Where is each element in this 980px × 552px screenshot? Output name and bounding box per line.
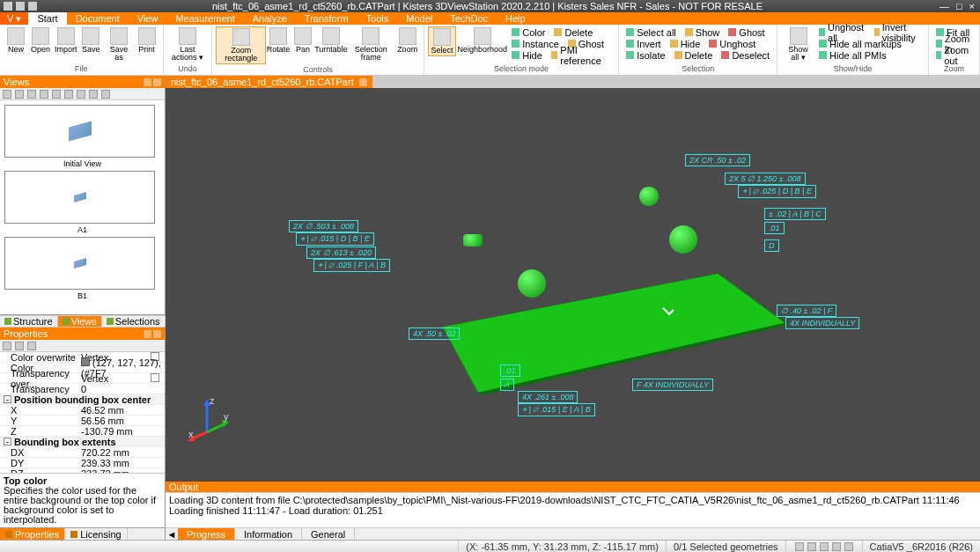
- property-value[interactable]: -130.79 mm: [77, 426, 165, 437]
- ribbon-save-as-button[interactable]: Save as: [103, 26, 134, 63]
- ribbon-new-button[interactable]: New: [4, 26, 28, 55]
- minimize-button[interactable]: —: [939, 1, 949, 11]
- pmi-annotation[interactable]: ⌖ | ∅ .015 | D | B | E: [296, 232, 374, 246]
- property-value[interactable]: 0: [77, 384, 165, 394]
- ribbon-pan-button[interactable]: Pan: [291, 26, 315, 55]
- model-sphere[interactable]: [518, 269, 546, 298]
- status-icon[interactable]: [832, 542, 841, 551]
- property-value[interactable]: 46.52 mm: [77, 405, 165, 416]
- bottom-tab-properties[interactable]: Properties: [0, 528, 65, 540]
- pmi-annotation[interactable]: 4X .261 ± .008: [518, 391, 578, 403]
- output-tab-general[interactable]: General: [302, 528, 355, 541]
- views-close-icon[interactable]: [153, 78, 161, 86]
- views-tool-icon[interactable]: [15, 90, 24, 99]
- ribbon-turntable-button[interactable]: Turntable: [315, 26, 347, 55]
- menu-tab-techdoc[interactable]: TechDoc: [441, 12, 497, 25]
- document-tab-close-icon[interactable]: [359, 78, 367, 86]
- ribbon-show-button[interactable]: Show: [683, 26, 722, 38]
- ribbon-print-button[interactable]: Print: [135, 26, 159, 55]
- property-value[interactable]: Vertex: [77, 373, 165, 384]
- ribbon-hide-all-pmis-button[interactable]: Hide all PMIs: [817, 49, 888, 61]
- output-tab-progress[interactable]: Progress: [178, 528, 235, 541]
- model-plate[interactable]: [442, 274, 785, 394]
- ribbon-pmi-reference-button[interactable]: PMI reference: [549, 49, 613, 61]
- ribbon-deselect-button[interactable]: Deselect: [719, 49, 771, 61]
- ribbon-selection-frame-button[interactable]: Selection frame: [347, 26, 395, 63]
- maximize-button[interactable]: □: [956, 1, 962, 11]
- views-tool-icon[interactable]: [77, 90, 85, 99]
- pmi-annotation[interactable]: ⌖ | ∅ .025 | D | B | E: [738, 185, 816, 198]
- expand-glyph-icon[interactable]: -: [4, 395, 11, 403]
- status-icon[interactable]: [820, 542, 829, 551]
- pmi-annotation[interactable]: 4X .50 ± .02: [409, 328, 460, 340]
- views-tool-icon[interactable]: [27, 90, 36, 99]
- qat-dropdown-icon[interactable]: [28, 2, 37, 11]
- pmi-annotation[interactable]: A: [500, 379, 514, 391]
- ribbon-import-button[interactable]: Import: [53, 26, 78, 55]
- ribbon-instance-button[interactable]: Instance: [510, 38, 561, 49]
- menu-tab-analyze[interactable]: Analyze: [244, 12, 296, 25]
- pmi-annotation[interactable]: .01: [500, 364, 520, 377]
- properties-pin-icon[interactable]: [144, 330, 151, 338]
- status-icon[interactable]: [844, 542, 853, 551]
- view-thumbnail[interactable]: [4, 105, 155, 158]
- views-tool-icon[interactable]: [101, 90, 110, 99]
- ribbon-select-all-button[interactable]: Select all: [624, 26, 678, 38]
- model-cylinder[interactable]: [639, 187, 659, 206]
- ribbon-last-actions-▾-button[interactable]: Last actions ▾: [167, 26, 209, 63]
- ribbon-neighborhood-button[interactable]: Neighborhood: [456, 26, 508, 55]
- pmi-annotation[interactable]: 4X INDIVIDUALLY: [785, 317, 859, 329]
- ribbon-hide-button[interactable]: Hide: [510, 49, 544, 61]
- ribbon-hide-button[interactable]: Hide: [668, 38, 703, 49]
- left-tab-structure[interactable]: Structure: [0, 316, 58, 327]
- views-tool-icon[interactable]: [3, 90, 11, 99]
- properties-tool-icon[interactable]: [3, 342, 11, 350]
- pmi-annotation[interactable]: 2X ∅ .503 ± .008: [289, 220, 358, 232]
- view-thumbnail[interactable]: [4, 171, 155, 224]
- properties-tool-icon[interactable]: [15, 342, 24, 350]
- ribbon-zoom-rectangle-button[interactable]: Zoom rectangle: [216, 26, 266, 64]
- menu-tab-measurement[interactable]: Measurement: [166, 12, 243, 25]
- ribbon-zoom-out-button[interactable]: Zoom out: [934, 49, 974, 61]
- ribbon-isolate-button[interactable]: Isolate: [624, 49, 667, 61]
- views-tool-icon[interactable]: [52, 90, 61, 99]
- qat-save-icon[interactable]: [4, 2, 12, 11]
- file-menu-button[interactable]: V ▾: [0, 12, 28, 25]
- menu-tab-document[interactable]: Document: [67, 12, 129, 25]
- ribbon-unghost-all-button[interactable]: Unghost all: [817, 26, 867, 38]
- expand-glyph-icon[interactable]: -: [4, 438, 11, 445]
- left-tab-selections[interactable]: Selections: [102, 316, 166, 327]
- model-sphere[interactable]: [669, 225, 697, 254]
- menu-tab-start[interactable]: Start: [28, 12, 66, 25]
- menu-tab-transform[interactable]: Transform: [296, 12, 357, 25]
- ribbon-rotate-button[interactable]: Rotate: [266, 26, 291, 55]
- ribbon-show-all-▾-button[interactable]: Show all ▾: [781, 26, 815, 63]
- property-value[interactable]: 56.56 mm: [77, 416, 165, 426]
- status-icon[interactable]: [807, 542, 816, 551]
- viewport-3d[interactable]: zyx 2X CR .50 ± .022X 5 ∅ 1.250 ± .008⌖ …: [166, 88, 980, 482]
- pmi-annotation[interactable]: .01: [764, 222, 785, 234]
- pmi-annotation[interactable]: D: [764, 239, 779, 252]
- pmi-annotation[interactable]: F 4X INDIVIDUALLY: [632, 379, 713, 391]
- ribbon-invert-button[interactable]: Invert: [624, 38, 663, 49]
- views-tool-icon[interactable]: [89, 90, 98, 99]
- ribbon-unghost-button[interactable]: Unghost: [707, 38, 757, 49]
- ribbon-ghost-button[interactable]: Ghost: [726, 26, 766, 38]
- ribbon-select-button[interactable]: Select: [428, 26, 457, 56]
- pmi-annotation[interactable]: 2X CR .50 ± .02: [685, 154, 750, 166]
- pmi-annotation[interactable]: ± .02 | A | B | C: [764, 208, 826, 220]
- dropdown-icon[interactable]: [151, 373, 159, 382]
- output-tab-information[interactable]: Information: [235, 528, 302, 541]
- properties-close-icon[interactable]: [153, 330, 161, 338]
- ribbon-delete-button[interactable]: Delete: [673, 49, 715, 61]
- ribbon-zoom-button[interactable]: Zoom: [395, 26, 420, 55]
- views-tool-icon[interactable]: [64, 90, 73, 99]
- ribbon-save-button[interactable]: Save: [78, 26, 103, 55]
- pmi-annotation[interactable]: ∅ .40 ± .02 | F: [777, 305, 836, 317]
- property-value[interactable]: 720.22 mm: [77, 447, 165, 458]
- menu-tab-help[interactable]: Help: [497, 12, 534, 25]
- document-tab[interactable]: nist_ftc_06_asme1_rd_ct5260_rb.CATPart: [166, 76, 372, 88]
- views-tool-icon[interactable]: [40, 90, 48, 99]
- left-tab-views[interactable]: Views: [58, 316, 102, 327]
- view-thumbnail[interactable]: [4, 237, 155, 290]
